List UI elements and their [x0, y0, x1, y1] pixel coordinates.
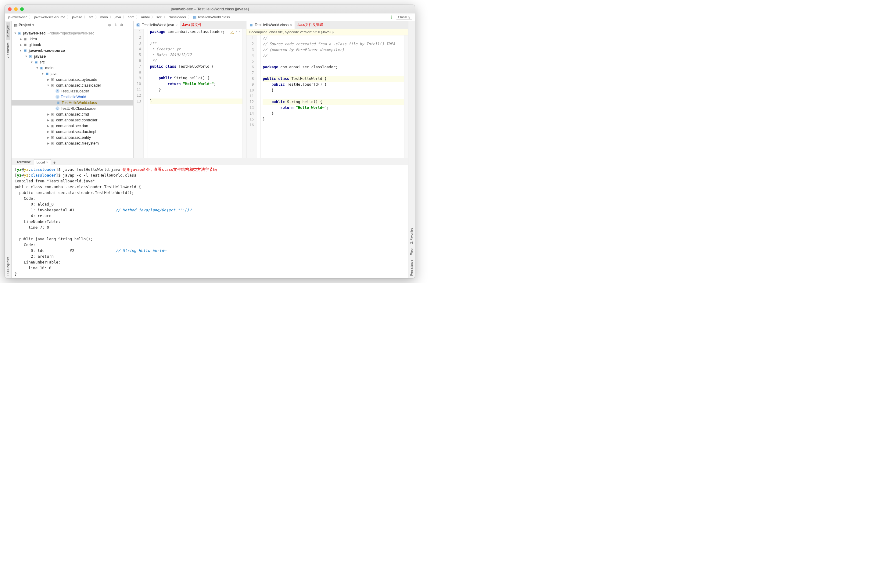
breadcrumb: javaweb-sec〉javaweb-sec-source〉javase〉sr… [5, 14, 415, 21]
annotation-decompiled: class文件反编译 [297, 22, 323, 27]
tool-project[interactable]: 1: Project [6, 22, 10, 40]
tree-node[interactable]: ▼▣javaweb-sec-source [12, 48, 133, 53]
tool-structure[interactable]: 7: Structure [6, 40, 10, 61]
tool-pull-requests[interactable]: Pull Requests [6, 254, 10, 278]
project-panel-title[interactable]: Project [19, 23, 31, 27]
tree-node[interactable]: ▶▣com.anbai.sec.dao.impl [12, 129, 133, 135]
terminal-output[interactable]: [yz@yz:classloader]$ javac TestHelloWorl… [12, 165, 408, 278]
close-tab-icon[interactable]: × [176, 23, 177, 27]
annotation-java-source: Java 源文件 [182, 22, 202, 27]
build-icon[interactable]: ⤹ [390, 15, 393, 20]
titlebar: javaweb-sec – TestHelloWorld.class [java… [5, 5, 415, 14]
editor-tab-java[interactable]: C TestHelloWorld.java × [134, 21, 180, 29]
tab-label: TestHelloWorld.class [255, 23, 288, 27]
tree-node[interactable]: ▶▣com.anbai.sec.bytecode [12, 76, 133, 82]
tree-node[interactable]: ▼▣java [12, 71, 133, 76]
tree-node[interactable]: CTestHelloWorld [12, 94, 133, 100]
tree-node[interactable]: ▼▣main [12, 65, 133, 71]
close-tab-icon[interactable]: × [46, 160, 48, 164]
tree-node[interactable]: ▼▣javase [12, 53, 133, 59]
breadcrumb-item[interactable]: sec [156, 15, 162, 19]
warnings-indicator[interactable]: ⚠1 ˄ ˅ [230, 30, 241, 35]
breadcrumb-item[interactable]: classloader [168, 15, 187, 19]
breadcrumb-item[interactable]: javaweb-sec-source [33, 15, 66, 19]
hide-icon[interactable]: — [125, 23, 131, 27]
tree-node[interactable]: ▼▣com.anbai.sec.classloader [12, 82, 133, 88]
expand-all-icon[interactable]: ⇕ [113, 23, 118, 27]
project-tool-window: ▤ Project ▾ ⊕ ⇕ ✲ — ▼▣javaweb-sec ~/Idea… [12, 21, 134, 158]
tree-node[interactable]: ▶▣.idea [12, 36, 133, 42]
tree-node[interactable]: ▶▣com.anbai.sec.cmd [12, 111, 133, 117]
add-terminal-button[interactable]: + [51, 160, 58, 165]
java-file-icon: C [136, 23, 140, 27]
classby-button[interactable]: ClassBy [396, 15, 412, 20]
tree-node[interactable]: ▶▣com.anbai.sec.dao [12, 123, 133, 129]
breadcrumb-item[interactable]: src [88, 15, 94, 19]
code-editor[interactable]: package com.anbai.sec.classloader; /** *… [148, 29, 243, 158]
tree-node[interactable]: CTestURLClassLoader [12, 105, 133, 111]
tree-node[interactable]: ▶▣com.anbai.sec.entity [12, 135, 133, 140]
right-tool-strip: 2: Favorites Web Persistence [408, 21, 415, 278]
tool-web[interactable]: Web [410, 246, 413, 257]
class-file-icon: ▦ [249, 23, 253, 27]
dropdown-icon[interactable]: ▾ [32, 23, 34, 27]
terminal-tool-window: Terminal: Local× + [yz@yz:classloader]$ … [12, 158, 408, 278]
tree-node[interactable]: ▶▣gitbook [12, 42, 133, 48]
project-tree[interactable]: ▼▣javaweb-sec ~/IdeaProjects/javaweb-sec… [12, 29, 133, 158]
locate-icon[interactable]: ⊕ [107, 23, 112, 27]
project-view-icon[interactable]: ▤ [14, 23, 17, 27]
breadcrumb-item[interactable]: javase [71, 15, 82, 19]
editor-pane-java: C TestHelloWorld.java × Java 源文件 1234567… [134, 21, 246, 158]
breadcrumb-item[interactable]: anbai [141, 15, 150, 19]
tree-node[interactable]: ▶▣com.anbai.sec.controller [12, 117, 133, 123]
code-editor[interactable]: //// Source code recreated from a .class… [261, 35, 404, 158]
decompile-banner: Decompiled .class file, bytecode version… [246, 29, 408, 35]
breadcrumb-item[interactable]: java [114, 15, 122, 19]
terminal-tab-local[interactable]: Local× [34, 159, 51, 165]
breadcrumb-item[interactable]: com [127, 15, 135, 19]
tree-root[interactable]: ▼▣javaweb-sec ~/IdeaProjects/javaweb-sec [12, 30, 133, 36]
tree-node[interactable]: CTestClassLoader [12, 88, 133, 94]
breadcrumb-item[interactable]: javaweb-sec [8, 15, 28, 19]
tab-label: TestHelloWorld.java [142, 23, 174, 27]
window-title: javaweb-sec – TestHelloWorld.class [java… [5, 7, 415, 11]
editor-tab-class[interactable]: ▦ TestHelloWorld.class × [246, 21, 295, 29]
breadcrumb-item[interactable]: ▦ TestHelloWorld.class [192, 15, 231, 19]
terminal-label: Terminal: [14, 159, 33, 165]
editor-pane-class: ▦ TestHelloWorld.class × class文件反编译 Deco… [246, 21, 408, 158]
breadcrumb-item[interactable]: main [100, 15, 109, 19]
left-tool-strip: 1: Project 7: Structure Pull Requests [5, 21, 12, 278]
close-tab-icon[interactable]: × [290, 23, 292, 27]
tree-node[interactable]: ▶▣com.anbai.sec.filesystem [12, 140, 133, 146]
tree-node[interactable]: ▼▣src [12, 59, 133, 65]
tool-persistence[interactable]: Persistence [410, 257, 413, 278]
tool-favorites[interactable]: 2: Favorites [410, 225, 413, 246]
tree-node[interactable]: ▦TestHelloWorld.class [12, 100, 133, 105]
settings-icon[interactable]: ✲ [119, 23, 124, 27]
